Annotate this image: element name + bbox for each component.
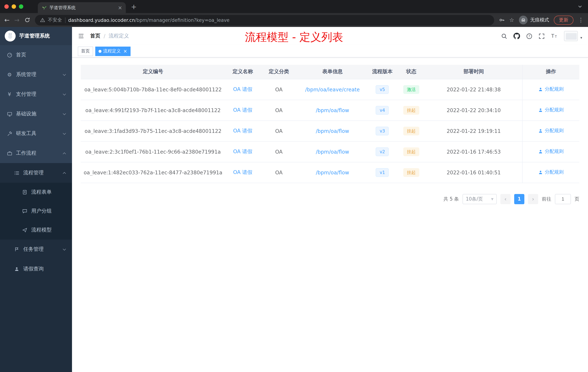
bookmark-star-icon[interactable]: ☆ [509,17,514,23]
definition-category: OA [260,141,298,162]
assign-rule-link[interactable]: 分配规则 [538,148,564,155]
assign-rule-link[interactable]: 分配规则 [538,86,564,93]
app-title: 芋道管理系统 [19,33,50,39]
breadcrumb-current: 流程定义 [109,33,129,39]
form-link[interactable]: /bpm/oa/flow [316,149,349,154]
url-text[interactable]: dashboard.yudao.iocoder.cn/bpm/manager/d… [68,17,230,23]
definition-name-link[interactable]: OA 请假 [233,107,252,113]
tag-home[interactable]: 首页 [78,46,93,56]
definition-table: 定义编号 定义名称 定义分类 表单信息 流程版本 状态 部署时间 操作 oa_l [81,65,579,183]
sidebar-item-leave-query[interactable]: 请假查询 [0,259,72,279]
form-link[interactable]: /bpm/oa/flow [316,107,349,113]
sidebar-item-process-mgmt[interactable]: 流程管理 [0,163,72,183]
avatar-caret-icon[interactable]: ▾ [580,36,582,40]
definition-name-link[interactable]: OA 请假 [233,86,252,92]
back-icon[interactable]: ← [4,17,10,23]
tab-close-icon[interactable]: × [118,5,122,11]
status-badge: 激活 [403,85,419,94]
incognito-indicator: 无痕模式 [519,16,549,24]
font-size-icon[interactable]: TT [551,33,558,39]
col-form-info: 表单信息 [298,65,368,79]
fullscreen-icon[interactable] [538,33,545,39]
window-close-button[interactable] [4,4,9,9]
sidebar-fold-icon[interactable] [78,33,84,39]
sidebar-item-workflow[interactable]: 工作流程 [0,143,72,163]
sidebar-item-home[interactable]: 首页 [0,45,72,65]
password-key-icon[interactable] [499,17,504,23]
content-area: 定义编号 定义名称 定义分类 表单信息 流程版本 状态 部署时间 操作 oa_l [72,57,588,372]
browser-tab[interactable]: 芋道管理系统 × [38,2,126,13]
tag-process-definition[interactable]: 流程定义 × [95,46,131,56]
list-icon [14,170,20,176]
table-header-row: 定义编号 定义名称 定义分类 表单信息 流程版本 状态 部署时间 操作 [81,65,579,79]
monitor-icon [7,111,12,117]
goto-page-input[interactable] [555,194,571,204]
url-host: dashboard.yudao.iocoder.cn [68,17,135,23]
status-badge: 挂起 [403,127,419,135]
window-minimize-button[interactable] [12,4,16,9]
forward-icon[interactable]: → [14,17,20,23]
incognito-label: 无痕模式 [530,17,549,23]
page-size-select[interactable]: 10条/页 ▾ [462,194,497,204]
sidebar-item-payment[interactable]: ¥ 支付管理 [0,85,72,104]
sidebar-item-user-group[interactable]: 用户分组 [0,202,72,220]
deploy-time: 2022-01-16 01:40:51 [425,162,523,183]
browser-toolbar: ← → 不安全 dashboard.yudao.iocoder.cn/bpm/m… [0,13,588,27]
not-secure-warning-icon [40,17,45,22]
table-row: oa_leave:3:1fad3d93-7b75-11ec-a3c8-acde4… [81,120,579,141]
workflow-submenu: 流程管理 流程表单 用户分组 [0,163,72,279]
version-badge: v5 [376,85,389,94]
sidebar-item-infrastructure[interactable]: 基础设施 [0,104,72,124]
current-page-button[interactable]: 1 [514,194,524,204]
definition-name-link[interactable]: OA 请假 [233,128,252,133]
assign-rule-link[interactable]: 分配规则 [538,169,564,176]
github-icon[interactable] [514,33,520,39]
definition-name-link[interactable]: OA 请假 [233,169,252,175]
search-icon[interactable] [501,33,507,39]
definition-category: OA [260,100,298,120]
browser-menu-icon[interactable]: ⋮ [578,17,584,23]
form-link[interactable]: /bpm/oa/flow [316,128,349,134]
prev-page-button[interactable]: ‹ [500,194,511,204]
app-shell: 芋道管理系统 首页 ⚙ 系统管理 ¥ 支付管理 [0,27,588,372]
definition-id: oa_leave:4:991f2193-7b7f-11ec-a3c8-acde4… [81,100,225,120]
gear-icon: ⚙ [7,72,12,77]
user-avatar[interactable] [564,31,578,41]
window-controls [0,4,28,9]
help-icon[interactable]: ? [526,33,532,39]
reload-icon[interactable] [24,17,30,23]
tab-title: 芋道管理系统 [50,5,115,11]
definition-name-link[interactable]: OA 请假 [233,148,252,154]
definition-category: OA [260,79,298,100]
update-button[interactable]: 更新 [554,15,573,25]
chevron-down-icon [63,112,66,115]
sidebar-item-process-model[interactable]: 流程模型 [0,220,72,240]
assign-rule-link[interactable]: 分配规则 [538,107,564,113]
assign-rule-link[interactable]: 分配规则 [538,128,564,134]
select-caret-icon: ▾ [491,196,494,202]
definition-category: OA [260,120,298,141]
not-secure-label[interactable]: 不安全 [48,17,62,23]
window-zoom-button[interactable] [19,4,23,9]
breadcrumb-home[interactable]: 首页 [90,33,100,39]
sidebar-item-process-form[interactable]: 流程表单 [0,183,72,202]
tags-view: 首页 流程定义 × [72,45,588,57]
tag-close-icon[interactable]: × [123,48,127,54]
app-navbar: 首页 / 流程定义 ? [72,27,588,45]
next-page-button[interactable]: › [528,194,538,204]
address-bar[interactable]: 不安全 dashboard.yudao.iocoder.cn/bpm/manag… [35,15,494,25]
chat-bubble-icon [22,208,28,214]
sidebar-logo: 芋道管理系统 [0,27,72,45]
col-status: 状态 [397,65,425,79]
sidebar-item-task-mgmt[interactable]: 任务管理 [0,240,72,259]
sidebar-item-devtools[interactable]: 研发工具 [0,124,72,143]
new-tab-button[interactable]: + [131,2,137,11]
sidebar-item-system[interactable]: ⚙ 系统管理 [0,65,72,85]
yen-icon: ¥ [7,91,12,97]
form-link[interactable]: /bpm/oa/leave/create [305,87,360,92]
chevron-up-icon [63,172,66,175]
definition-category: OA [260,162,298,183]
form-link[interactable]: /bpm/oa/flow [316,169,349,175]
definition-id: oa_leave:5:004b710b-7b8a-11ec-8ef0-acde4… [81,79,225,100]
tab-search-icon[interactable] [578,4,582,9]
